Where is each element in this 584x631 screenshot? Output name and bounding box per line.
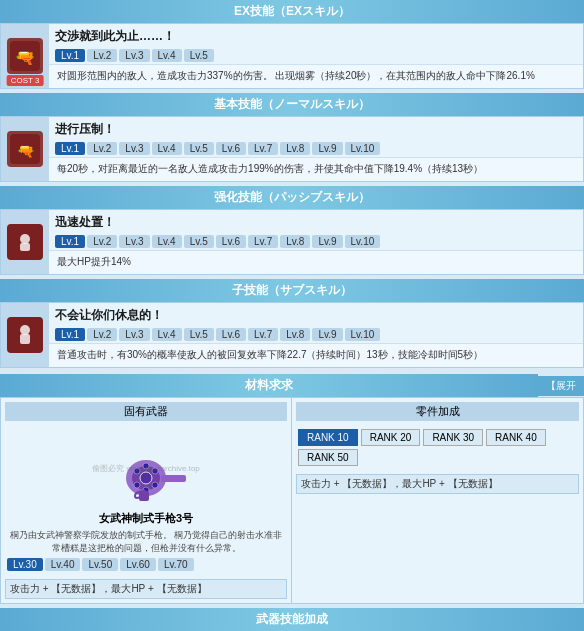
weapon-panel-header: 固有武器 [5,402,287,421]
passive-level-tab-3[interactable]: Lv.3 [119,235,149,248]
ex-level-tab-4[interactable]: Lv.4 [152,49,182,62]
sub-skill-icon [7,317,43,353]
sub-level-tab-3[interactable]: Lv.3 [119,328,149,341]
svg-point-13 [143,463,149,469]
passive-level-tab-8[interactable]: Lv.8 [280,235,310,248]
svg-point-5 [20,234,30,244]
normal-skill-icon: 🔫 [7,131,43,167]
passive-level-tab-5[interactable]: Lv.5 [184,235,214,248]
weapon-skill-header: 武器技能加成 [0,608,584,631]
passive-level-tab-2[interactable]: Lv.2 [87,235,117,248]
materials-body: 固有武器 [0,397,584,604]
svg-rect-6 [20,243,30,251]
svg-point-18 [134,468,140,474]
sub-level-tab-7[interactable]: Lv.7 [248,328,278,341]
sub-skill-icon-wrapper [1,303,49,367]
normal-skill-header: 基本技能（ノーマルスキル） [0,93,584,116]
weapon-level-tab-30[interactable]: Lv.30 [7,558,43,571]
rank-btn-10[interactable]: RANK 10 [298,429,358,446]
weapon-panel: 固有武器 [1,398,292,603]
ex-level-tabs: Lv.1 Lv.2 Lv.3 Lv.4 Lv.5 [49,47,583,64]
sub-skill-content: 不会让你们休息的！ Lv.1 Lv.2 Lv.3 Lv.4 Lv.5 Lv.6 … [49,303,583,367]
weapon-image-area: 偷图必究 www.bluearchive.top [5,425,287,511]
normal-level-tab-4[interactable]: Lv.4 [152,142,182,155]
svg-point-15 [152,482,158,488]
passive-skill-name: 迅速处置！ [55,214,115,231]
sub-skill-header: 子技能（サブスキル） [0,279,584,302]
normal-skill-icon-wrapper: 🔫 [1,117,49,181]
sub-skill-section: 子技能（サブスキル） 不会让你们休息的！ Lv.1 Lv.2 [0,279,584,368]
passive-level-tab-1[interactable]: Lv.1 [55,235,85,248]
normal-level-tabs: Lv.1 Lv.2 Lv.3 Lv.4 Lv.5 Lv.6 Lv.7 Lv.8 … [49,140,583,157]
sub-skill-name: 不会让你们休息的！ [55,307,163,324]
normal-skill-content: 进行压制！ Lv.1 Lv.2 Lv.3 Lv.4 Lv.5 Lv.6 Lv.7… [49,117,583,181]
normal-skill-desc: 每20秒，对距离最近的一名敌人造成攻击力199%的伤害，并使其命中值下降19.4… [49,157,583,181]
weapon-level-tab-50[interactable]: Lv.50 [82,558,118,571]
sub-level-tabs: Lv.1 Lv.2 Lv.3 Lv.4 Lv.5 Lv.6 Lv.7 Lv.8 … [49,326,583,343]
passive-level-tabs: Lv.1 Lv.2 Lv.3 Lv.4 Lv.5 Lv.6 Lv.7 Lv.8 … [49,233,583,250]
passive-skill-content: 迅速处置！ Lv.1 Lv.2 Lv.3 Lv.4 Lv.5 Lv.6 Lv.7… [49,210,583,274]
ex-skill-header: EX技能（EXスキル） [0,0,584,23]
ex-skill-content: 交渉就到此为止……！ Lv.1 Lv.2 Lv.3 Lv.4 Lv.5 对圆形范… [49,24,583,88]
cost-badge: COST 3 [7,75,44,86]
normal-level-tab-1[interactable]: Lv.1 [55,142,85,155]
weapon-desc: 桐乃由女武神警察学院发放的制式手枪。 桐乃觉得自己的射击水准非常槽糕是这把枪的问… [5,529,287,554]
ex-skill-icon-wrapper: 🔫 COST 3 [1,24,49,88]
svg-point-14 [152,468,158,474]
svg-point-17 [134,482,140,488]
rank-btn-30[interactable]: RANK 30 [423,429,483,446]
normal-level-tab-5[interactable]: Lv.5 [184,142,214,155]
sub-level-tab-9[interactable]: Lv.9 [312,328,342,341]
weapon-level-tabs: Lv.30 Lv.40 Lv.50 Lv.60 Lv.70 [5,554,287,575]
ex-level-tab-5[interactable]: Lv.5 [184,49,214,62]
weapon-level-tab-40[interactable]: Lv.40 [45,558,81,571]
passive-level-tab-4[interactable]: Lv.4 [152,235,182,248]
passive-skill-header: 强化技能（パッシブスキル） [0,186,584,209]
normal-level-tab-8[interactable]: Lv.8 [280,142,310,155]
normal-level-tab-9[interactable]: Lv.9 [312,142,342,155]
svg-rect-19 [161,475,186,482]
weapon-level-tab-70[interactable]: Lv.70 [158,558,194,571]
passive-skill-desc: 最大HP提升14% [49,250,583,274]
weapon-level-tab-60[interactable]: Lv.60 [120,558,156,571]
rank-btn-20[interactable]: RANK 20 [361,429,421,446]
normal-skill-section: 基本技能（ノーマルスキル） 🔫 进行压制！ Lv.1 Lv.2 Lv.3 [0,93,584,182]
passive-level-tab-10[interactable]: Lv.10 [345,235,381,248]
passive-skill-icon-wrapper [1,210,49,274]
sub-level-tab-8[interactable]: Lv.8 [280,328,310,341]
sub-skill-desc: 普通攻击时，有30%的概率使敌人的被回复效率下降22.7（持续时间）13秒，技能… [49,343,583,367]
materials-header: 材料求求 [0,374,538,397]
svg-point-8 [20,325,30,335]
weapon-skill-section: 武器技能加成 Lv.1 Lv.2 Lv.3 Lv.4 Lv.5 Lv.6 Lv.… [0,608,584,631]
sub-level-tab-5[interactable]: Lv.5 [184,328,214,341]
materials-section: 材料求求 【展开 固有武器 [0,374,584,604]
weapon-stat: 攻击力 + 【无数据】，最大HP + 【无数据】 [5,579,287,599]
ex-level-tab-1[interactable]: Lv.1 [55,49,85,62]
passive-level-tab-6[interactable]: Lv.6 [216,235,246,248]
sub-level-tab-10[interactable]: Lv.10 [345,328,381,341]
svg-point-12 [140,472,152,484]
normal-level-tab-6[interactable]: Lv.6 [216,142,246,155]
expand-label[interactable]: 【展开 [538,376,584,396]
passive-level-tab-9[interactable]: Lv.9 [312,235,342,248]
normal-level-tab-10[interactable]: Lv.10 [345,142,381,155]
ex-level-tab-3[interactable]: Lv.3 [119,49,149,62]
ex-skill-desc: 对圆形范围内的敌人，造成攻击力337%的伤害。 出现烟雾（持续20秒），在其范围… [49,64,583,88]
sub-level-tab-4[interactable]: Lv.4 [152,328,182,341]
parts-panel: 零件加成 RANK 10 RANK 20 RANK 30 RANK 40 RAN… [292,398,583,603]
rank-btn-50[interactable]: RANK 50 [298,449,358,466]
svg-text:🔫: 🔫 [15,48,35,67]
normal-level-tab-3[interactable]: Lv.3 [119,142,149,155]
sub-level-tab-1[interactable]: Lv.1 [55,328,85,341]
ex-skill-section: EX技能（EXスキル） 🔫 COST 3 交渉就到此为止……！ Lv.1 Lv. [0,0,584,89]
ex-level-tab-2[interactable]: Lv.2 [87,49,117,62]
sub-level-tab-6[interactable]: Lv.6 [216,328,246,341]
ex-skill-name: 交渉就到此为止……！ [55,28,175,45]
normal-level-tab-7[interactable]: Lv.7 [248,142,278,155]
sub-level-tab-2[interactable]: Lv.2 [87,328,117,341]
passive-skill-section: 强化技能（パッシブスキル） 迅速处置！ Lv.1 Lv.2 [0,186,584,275]
passive-level-tab-7[interactable]: Lv.7 [248,235,278,248]
normal-level-tab-2[interactable]: Lv.2 [87,142,117,155]
rank-btn-40[interactable]: RANK 40 [486,429,546,446]
svg-text:🔫: 🔫 [17,143,35,160]
